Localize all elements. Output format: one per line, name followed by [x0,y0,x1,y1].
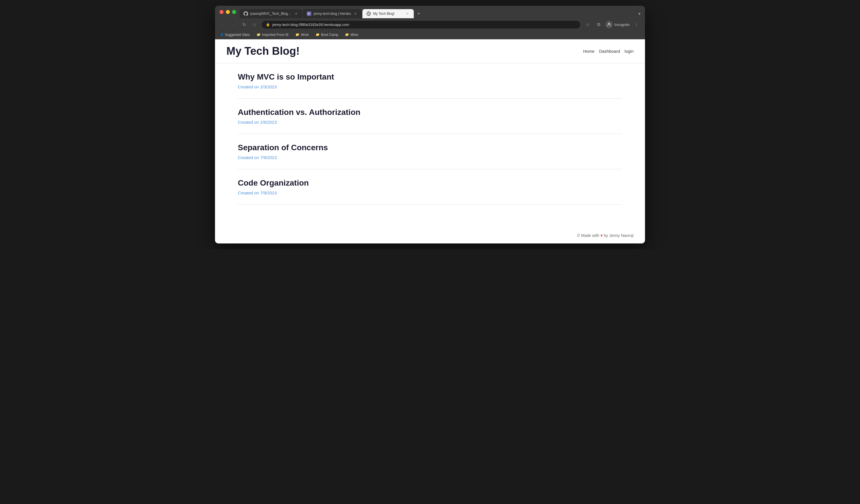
nav-buttons: ← → ↻ ⌂ [219,20,258,29]
post-date-1: Created on 2/3/2023 [238,84,622,89]
post-item-1: Why MVC is so Important Created on 2/3/2… [238,63,622,99]
close-button[interactable] [219,10,224,14]
imported-from-ie-bookmark[interactable]: 📁 Imported From IE [256,32,290,37]
heroku-favicon-icon: H [307,11,311,16]
profile-avatar[interactable] [605,21,613,28]
bing-icon: B [221,32,223,37]
maximize-button[interactable] [232,10,236,14]
github-favicon-icon [244,11,248,16]
site-nav: Home Dashboard login [583,49,634,54]
tab-1-title: jnaoroji/MVC_Tech_Blog_JN [250,12,291,16]
nav-dashboard-link[interactable]: Dashboard [599,49,620,54]
wine-bookmark[interactable]: 📁 Wine [344,32,359,37]
tab-3[interactable]: My Tech Blog! ✕ [362,9,414,18]
folder-icon-2: 📁 [296,33,299,37]
lock-icon: 🔒 [266,23,270,27]
browser-window: jnaoroji/MVC_Tech_Blog_JN ✕ H jenny-tech… [215,6,645,243]
work-label: Work [301,33,309,37]
heart-icon: ♥ [601,233,603,238]
home-button[interactable]: ⌂ [250,20,258,29]
traffic-lights [219,10,236,17]
split-screen-icon[interactable]: ⧉ [594,20,603,29]
post-title-4[interactable]: Code Organization [238,178,622,188]
folder-icon-3: 📁 [316,33,320,37]
address-bar: ← → ↻ ⌂ 🔒 jenny-tech-blog-5f80e3182e28.h… [215,18,645,31]
nav-login-link[interactable]: login [625,49,634,54]
minimize-button[interactable] [226,10,230,14]
post-date-4: Created on 7/9/2023 [238,190,622,195]
suggested-sites-bookmark[interactable]: B Suggested Sites [219,32,251,37]
title-bar: jnaoroji/MVC_Tech_Blog_JN ✕ H jenny-tech… [215,6,645,18]
imported-from-ie-label: Imported From IE [262,33,289,37]
incognito-area: Incognito [605,21,630,28]
svg-point-3 [608,23,610,25]
site-footer: © Made with ♥ by Jenny Naoroji [215,228,645,243]
post-title-3[interactable]: Separation of Concerns [238,143,622,152]
post-item-3: Separation of Concerns Created on 7/9/20… [238,134,622,169]
bootcamp-bookmark[interactable]: 📁 Boot Camp [315,32,339,37]
incognito-label: Incognito [615,23,630,27]
site-title: My Tech Blog! [226,45,300,57]
nav-home-link[interactable]: Home [583,49,594,54]
post-date-2: Created on 2/6/2023 [238,120,622,125]
url-bar[interactable]: 🔒 jenny-tech-blog-5f80e3182e28.herokuapp… [262,21,580,29]
bookmark-star-icon[interactable]: ☆ [584,20,592,29]
globe-favicon-icon [367,11,371,16]
work-bookmark[interactable]: 📁 Work [294,32,310,37]
forward-button[interactable]: → [230,20,238,29]
tabs-bar: jnaoroji/MVC_Tech_Blog_JN ✕ H jenny-tech… [240,9,641,18]
post-item-2: Authentication vs. Authorization Created… [238,99,622,134]
page-content: My Tech Blog! Home Dashboard login Why M… [215,39,645,243]
post-date-3: Created on 7/9/2023 [238,155,622,160]
bootcamp-label: Boot Camp [321,33,338,37]
suggested-sites-label: Suggested Sites [225,33,249,37]
back-button[interactable]: ← [219,20,228,29]
tab-1-close-icon[interactable]: ✕ [294,11,298,16]
tab-2-title: jenny-tech-blog | Heroku [314,12,351,16]
bookmarks-bar: B Suggested Sites 📁 Imported From IE 📁 W… [215,31,645,39]
tab-3-close-icon[interactable]: ✕ [405,11,410,16]
posts-container: Why MVC is so Important Created on 2/3/2… [215,63,645,205]
folder-icon-4: 📁 [345,33,349,37]
post-item-4: Code Organization Created on 7/9/2023 [238,169,622,205]
svg-text:H: H [308,12,310,15]
post-title-1[interactable]: Why MVC is so Important [238,72,622,82]
footer-text: © Made with ♥ by Jenny Naoroji [577,233,634,238]
tab-dropdown-button[interactable]: ▾ [639,11,641,18]
menu-icon[interactable]: ⋮ [632,20,641,29]
site-header: My Tech Blog! Home Dashboard login [215,39,645,63]
tab-3-title: My Tech Blog! [373,12,403,16]
post-title-2[interactable]: Authentication vs. Authorization [238,108,622,117]
reload-button[interactable]: ↻ [240,20,248,29]
url-text: jenny-tech-blog-5f80e3182e28.herokuapp.c… [272,23,576,27]
new-tab-button[interactable]: + [414,9,424,18]
tab-2-close-icon[interactable]: ✕ [353,11,358,16]
address-actions: ☆ ⧉ Incognito ⋮ [584,20,641,29]
folder-icon-1: 📁 [257,33,261,37]
wine-label: Wine [350,33,358,37]
tab-1[interactable]: jnaoroji/MVC_Tech_Blog_JN ✕ [240,9,302,18]
tab-2[interactable]: H jenny-tech-blog | Heroku ✕ [303,9,362,18]
